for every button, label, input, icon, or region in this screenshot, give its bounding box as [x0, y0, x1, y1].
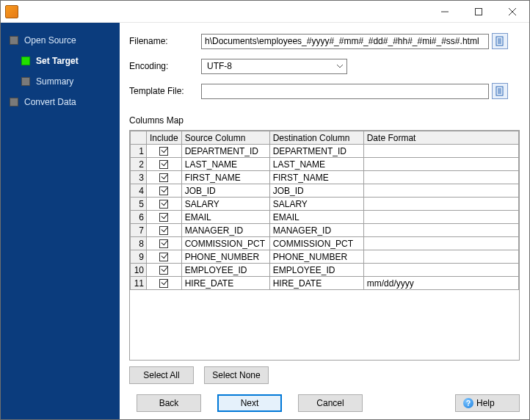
include-checkbox[interactable]: [159, 187, 168, 195]
next-button[interactable]: Next: [217, 394, 282, 412]
include-checkbox[interactable]: [159, 253, 168, 261]
include-cell[interactable]: [147, 158, 182, 171]
destination-cell[interactable]: SALARY: [269, 198, 363, 211]
back-button[interactable]: Back: [137, 394, 201, 412]
table-row[interactable]: 10EMPLOYEE_IDEMPLOYEE_ID: [131, 264, 519, 277]
format-cell[interactable]: mm/dd/yyyy: [363, 277, 518, 290]
destination-cell[interactable]: PHONE_NUMBER: [269, 250, 363, 264]
select-all-button[interactable]: Select All: [129, 366, 194, 384]
table-row[interactable]: 5SALARYSALARY: [131, 198, 519, 211]
encoding-label: Encoding:: [129, 61, 201, 71]
destination-cell[interactable]: FIRST_NAME: [269, 171, 363, 184]
format-cell[interactable]: [363, 211, 518, 224]
destination-cell[interactable]: DEPARTMENT_ID: [269, 145, 363, 158]
destination-cell[interactable]: EMPLOYEE_ID: [269, 264, 363, 277]
include-checkbox[interactable]: [159, 239, 168, 248]
source-cell[interactable]: PHONE_NUMBER: [181, 250, 269, 264]
table-row[interactable]: 8COMMISSION_PCTCOMMISSION_PCT: [131, 237, 519, 250]
template-browse-button[interactable]: [492, 83, 508, 99]
source-cell[interactable]: HIRE_DATE: [181, 277, 269, 290]
include-cell[interactable]: [147, 224, 182, 237]
filename-input[interactable]: [201, 34, 489, 49]
document-icon: [495, 36, 505, 46]
source-cell[interactable]: DEPARTMENT_ID: [181, 145, 269, 158]
include-checkbox[interactable]: [159, 160, 168, 169]
format-cell[interactable]: [363, 224, 518, 237]
nav-item-label: Summary: [36, 76, 73, 87]
table-row[interactable]: 4JOB_IDJOB_ID: [131, 184, 519, 198]
row-number: 3: [131, 171, 147, 184]
format-cell[interactable]: [363, 264, 518, 277]
destination-cell[interactable]: MANAGER_ID: [269, 224, 363, 237]
svg-rect-9: [496, 87, 503, 95]
source-cell[interactable]: EMAIL: [181, 211, 269, 224]
include-checkbox[interactable]: [159, 213, 168, 222]
format-cell[interactable]: [363, 171, 518, 184]
include-checkbox[interactable]: [159, 266, 168, 275]
destination-cell[interactable]: COMMISSION_PCT: [269, 237, 363, 250]
row-number: 9: [131, 250, 147, 264]
format-cell[interactable]: [363, 158, 518, 171]
source-header[interactable]: Source Column: [181, 131, 269, 145]
titlebar: [1, 1, 529, 23]
document-icon: [495, 86, 505, 96]
include-cell[interactable]: [147, 237, 182, 250]
source-cell[interactable]: COMMISSION_PCT: [181, 237, 269, 250]
template-file-input[interactable]: [201, 84, 489, 99]
table-row[interactable]: 9PHONE_NUMBERPHONE_NUMBER: [131, 250, 519, 264]
format-cell[interactable]: [363, 145, 518, 158]
corner-header: [131, 131, 147, 145]
format-cell[interactable]: [363, 198, 518, 211]
source-cell[interactable]: LAST_NAME: [181, 158, 269, 171]
minimize-button[interactable]: [428, 1, 462, 23]
format-cell[interactable]: [363, 184, 518, 198]
select-none-button[interactable]: Select None: [204, 366, 269, 384]
include-cell[interactable]: [147, 184, 182, 198]
destination-cell[interactable]: EMAIL: [269, 211, 363, 224]
table-row[interactable]: 2LAST_NAMELAST_NAME: [131, 158, 519, 171]
source-cell[interactable]: EMPLOYEE_ID: [181, 264, 269, 277]
close-button[interactable]: [495, 1, 529, 23]
nav-item-summary[interactable]: Summary: [1, 71, 120, 92]
nav-item-open-source[interactable]: Open Source: [1, 30, 120, 51]
source-cell[interactable]: JOB_ID: [181, 184, 269, 198]
include-checkbox[interactable]: [159, 279, 168, 288]
destination-cell[interactable]: JOB_ID: [269, 184, 363, 198]
table-row[interactable]: 6EMAILEMAIL: [131, 211, 519, 224]
include-checkbox[interactable]: [159, 226, 168, 235]
include-cell[interactable]: [147, 198, 182, 211]
include-header[interactable]: Include: [147, 131, 182, 145]
table-row[interactable]: 3FIRST_NAMEFIRST_NAME: [131, 171, 519, 184]
format-cell[interactable]: [363, 237, 518, 250]
cancel-button[interactable]: Cancel: [298, 394, 363, 412]
main-panel: Filename: Encoding: UTF-8: [120, 23, 529, 419]
include-cell[interactable]: [147, 277, 182, 290]
include-cell[interactable]: [147, 211, 182, 224]
source-cell[interactable]: FIRST_NAME: [181, 171, 269, 184]
help-button[interactable]: ? Help: [455, 394, 520, 412]
columns-table: Include Source Column Destination Column…: [129, 130, 520, 361]
source-cell[interactable]: SALARY: [181, 198, 269, 211]
include-cell[interactable]: [147, 264, 182, 277]
filename-browse-button[interactable]: [492, 33, 508, 49]
format-cell[interactable]: [363, 250, 518, 264]
nav-item-convert-data[interactable]: Convert Data: [1, 92, 120, 112]
include-checkbox[interactable]: [159, 200, 168, 209]
table-row[interactable]: 1DEPARTMENT_IDDEPARTMENT_ID: [131, 145, 519, 158]
row-number: 8: [131, 237, 147, 250]
format-header[interactable]: Date Format: [363, 131, 518, 145]
destination-header[interactable]: Destination Column: [269, 131, 363, 145]
include-cell[interactable]: [147, 171, 182, 184]
maximize-button[interactable]: [462, 1, 495, 23]
include-checkbox[interactable]: [159, 173, 168, 182]
source-cell[interactable]: MANAGER_ID: [181, 224, 269, 237]
include-checkbox[interactable]: [159, 147, 168, 156]
table-row[interactable]: 11HIRE_DATEHIRE_DATEmm/dd/yyyy: [131, 277, 519, 290]
include-cell[interactable]: [147, 250, 182, 264]
encoding-select[interactable]: UTF-8: [201, 59, 347, 74]
table-row[interactable]: 7MANAGER_IDMANAGER_ID: [131, 224, 519, 237]
destination-cell[interactable]: HIRE_DATE: [269, 277, 363, 290]
destination-cell[interactable]: LAST_NAME: [269, 158, 363, 171]
include-cell[interactable]: [147, 145, 182, 158]
nav-item-set-target[interactable]: Set Target: [1, 51, 120, 71]
